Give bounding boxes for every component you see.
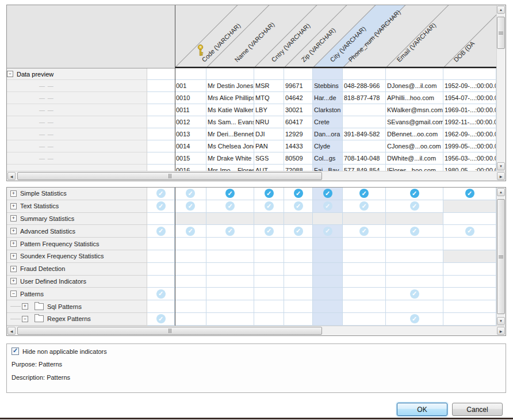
indicator-cell[interactable]: ✓ <box>206 225 254 238</box>
indicator-cell[interactable] <box>284 213 313 226</box>
expand-toggle[interactable]: + <box>10 266 17 272</box>
hide-non-applicable-checkbox[interactable]: ✓ <box>12 348 19 355</box>
indicator-cell[interactable] <box>284 276 313 288</box>
indicator-cell[interactable] <box>254 263 284 276</box>
indicator-cell[interactable] <box>443 238 496 250</box>
collapse-toggle[interactable]: − <box>7 71 13 77</box>
indicator-cell[interactable]: ✓ <box>254 200 284 213</box>
indicator-cell[interactable] <box>254 213 284 226</box>
scroll-down-button[interactable]: ▼ <box>497 162 505 170</box>
indicator-cell[interactable] <box>206 213 254 226</box>
indicator-cell[interactable] <box>284 263 313 276</box>
indicator-cell[interactable]: ✓ <box>443 225 496 238</box>
expand-toggle[interactable]: + <box>10 253 17 259</box>
indicator-cell[interactable] <box>443 250 496 263</box>
indicator-cell[interactable] <box>284 300 313 313</box>
indicator-cell[interactable]: ✓ <box>254 188 284 200</box>
indicator-cell[interactable] <box>343 213 386 226</box>
indicator-cell[interactable]: ✓ <box>386 313 443 326</box>
indicator-cell[interactable] <box>175 300 206 313</box>
indicator-cell[interactable] <box>147 238 175 250</box>
expand-toggle[interactable]: + <box>22 303 28 310</box>
scroll-down-button[interactable]: ▼ <box>497 317 505 325</box>
expand-toggle[interactable]: + <box>10 190 17 197</box>
indicator-cell[interactable]: ✓ <box>175 200 206 213</box>
scroll-left-button[interactable]: ◀ <box>7 327 16 335</box>
indicator-cell[interactable] <box>175 276 206 288</box>
indicator-cell[interactable] <box>284 313 313 326</box>
indicator-cell[interactable] <box>343 300 386 313</box>
indicator-cell[interactable] <box>147 263 175 276</box>
column-header-email-varchar[interactable]: Email (VARCHAR) <box>396 21 438 63</box>
vertical-scroll-thumb[interactable] <box>497 199 505 314</box>
indicator-row-pattern-frequency-statistics[interactable]: +Pattern Frequency Statistics <box>7 238 147 250</box>
indicator-cell[interactable]: ✓ <box>343 200 386 213</box>
indicator-cell[interactable] <box>206 288 254 300</box>
indicator-cell[interactable] <box>254 288 284 300</box>
horizontal-scroll-thumb[interactable] <box>17 172 322 180</box>
horizontal-scrollbar[interactable]: ◀ ▶ <box>7 171 506 181</box>
vertical-scrollbar[interactable]: ▲ ▼ <box>496 188 506 326</box>
indicator-cell[interactable] <box>206 313 254 326</box>
indicator-cell[interactable] <box>343 238 386 250</box>
vertical-scroll-thumb[interactable] <box>497 17 505 49</box>
vertical-scrollbar[interactable]: ▲ ▼ <box>496 5 506 171</box>
indicator-cell[interactable] <box>254 250 284 263</box>
expand-toggle[interactable]: + <box>10 203 17 209</box>
horizontal-scroll-thumb[interactable] <box>17 327 322 335</box>
indicator-row-regex-patterns[interactable]: −Regex Patterns <box>7 313 147 326</box>
indicator-cell[interactable]: ✓ <box>343 188 386 200</box>
indicator-cell[interactable] <box>313 250 343 263</box>
data-preview-section-label[interactable]: −Data preview <box>7 68 147 80</box>
expand-toggle[interactable]: + <box>10 240 17 247</box>
indicator-cell[interactable] <box>443 300 496 313</box>
indicator-cell[interactable]: ✓ <box>206 200 254 213</box>
indicator-row-simple-statistics[interactable]: +Simple Statistics <box>7 188 147 200</box>
scroll-right-button[interactable]: ▶ <box>497 172 505 180</box>
indicator-cell[interactable] <box>206 238 254 250</box>
indicator-cell[interactable] <box>443 288 496 300</box>
indicator-cell[interactable]: ✓ <box>175 188 206 200</box>
indicator-cell[interactable]: ✓ <box>386 200 443 213</box>
indicator-cell[interactable] <box>284 288 313 300</box>
indicator-cell[interactable] <box>313 313 343 326</box>
indicator-cell[interactable] <box>206 263 254 276</box>
indicator-cell[interactable] <box>175 250 206 263</box>
indicator-cell[interactable]: ✓ <box>443 188 496 200</box>
indicator-cell[interactable]: ✓ <box>386 225 443 238</box>
indicator-cell[interactable] <box>175 288 206 300</box>
scroll-right-button[interactable]: ▶ <box>497 327 505 335</box>
indicator-cell[interactable] <box>343 313 386 326</box>
indicator-cell[interactable] <box>175 263 206 276</box>
indicator-row-sql-patterns[interactable]: +Sql Patterns <box>7 300 147 313</box>
indicator-cell[interactable] <box>343 288 386 300</box>
indicator-cell[interactable] <box>313 238 343 250</box>
indicator-cell[interactable] <box>386 238 443 250</box>
indicator-cell[interactable] <box>313 213 343 226</box>
indicator-cell[interactable] <box>386 276 443 288</box>
indicator-cell[interactable]: ✓ <box>313 225 343 238</box>
indicator-cell[interactable]: ✓ <box>284 200 313 213</box>
indicator-cell[interactable] <box>147 300 175 313</box>
indicator-cell[interactable] <box>313 276 343 288</box>
indicator-cell[interactable] <box>386 263 443 276</box>
indicator-cell[interactable] <box>343 263 386 276</box>
collapse-toggle[interactable]: − <box>10 291 17 297</box>
indicator-row-user-defined-indicators[interactable]: +User Defined Indicators <box>7 276 147 288</box>
indicator-row-text-statistics[interactable]: +Text Statistics <box>7 200 147 213</box>
indicator-cell[interactable]: ✓ <box>147 288 175 300</box>
indicator-cell[interactable] <box>386 213 443 226</box>
indicator-row-advanced-statistics[interactable]: +Advanced Statistics <box>7 225 147 238</box>
indicator-cell[interactable] <box>443 276 496 288</box>
indicator-cell[interactable]: ✓ <box>147 188 175 200</box>
indicator-row-patterns[interactable]: −Patterns <box>7 288 147 300</box>
ok-button[interactable]: OK <box>397 403 447 416</box>
indicator-cell[interactable] <box>343 250 386 263</box>
indicator-cell[interactable] <box>254 238 284 250</box>
expand-toggle[interactable]: + <box>10 228 17 234</box>
indicator-cell[interactable]: ✓ <box>343 225 386 238</box>
indicator-cell[interactable] <box>175 238 206 250</box>
indicator-cell[interactable]: ✓ <box>284 188 313 200</box>
indicator-cell[interactable]: ✓ <box>147 313 175 326</box>
scroll-up-button[interactable]: ▲ <box>497 188 505 196</box>
